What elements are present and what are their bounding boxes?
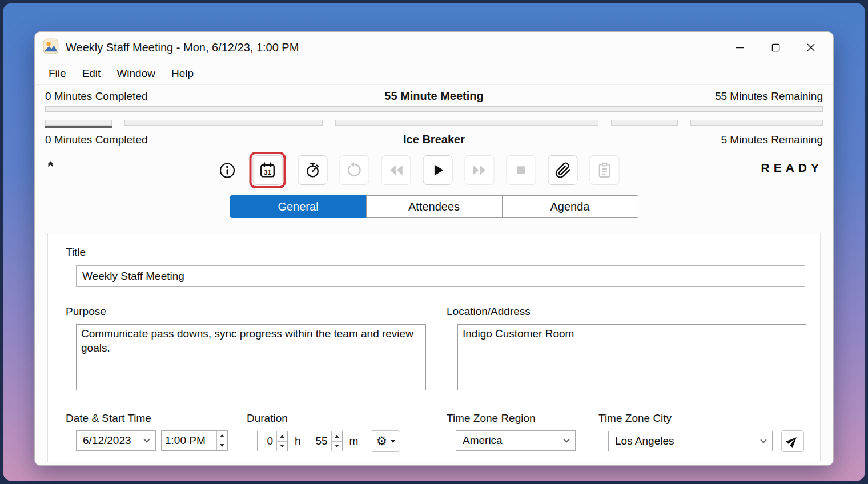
title-input[interactable] [76, 265, 805, 287]
duration-hours-input[interactable] [258, 431, 276, 451]
attachment-button[interactable] [548, 155, 578, 185]
hours-down-button[interactable] [277, 441, 287, 451]
menu-edit[interactable]: Edit [74, 66, 109, 82]
duration-label: Duration [247, 412, 288, 425]
window-title: Weekly Staff Meeting - Mon, 6/12/23, 1:0… [66, 41, 299, 54]
overall-remaining-label: 55 Minutes Remaining [484, 90, 823, 103]
notes-button[interactable] [590, 155, 620, 185]
tz-city-controls: Los Angeles [608, 430, 804, 452]
arrow-down-icon [335, 445, 339, 447]
chevron-down-icon [760, 437, 766, 443]
tz-region-label: Time Zone Region [447, 412, 536, 425]
collapse-toggle[interactable] [49, 163, 53, 167]
tz-region-select[interactable]: America [456, 430, 576, 451]
hours-spinner [276, 431, 287, 451]
tab-bar: General Attendees Agenda [35, 195, 833, 218]
app-icon [43, 38, 59, 57]
maximize-icon [771, 43, 780, 52]
play-icon [429, 162, 447, 179]
timer-icon [304, 162, 322, 179]
arrow-up-icon [335, 435, 339, 438]
calendar-highlight-ring: 31 [250, 152, 286, 188]
stop-icon [513, 162, 530, 179]
tab-general[interactable]: General [230, 195, 367, 218]
maximize-button[interactable] [758, 32, 793, 63]
time-down-button[interactable] [217, 441, 227, 451]
chevron-down-icon [143, 436, 150, 442]
arrow-up-icon [220, 434, 224, 437]
gear-icon: ⚙ [376, 435, 387, 447]
rewind-button[interactable] [381, 155, 411, 185]
close-button[interactable] [793, 32, 829, 63]
overall-meeting-title: 55 Minute Meeting [384, 90, 483, 103]
start-time-input[interactable] [162, 431, 216, 450]
tz-region-value: America [463, 434, 503, 447]
agenda-segment-bar [124, 120, 323, 126]
svg-text:31: 31 [264, 168, 271, 176]
time-up-button[interactable] [217, 431, 227, 441]
close-icon [806, 43, 815, 52]
clipboard-icon [596, 162, 613, 179]
date-select[interactable]: 6/12/2023 [76, 430, 156, 451]
minimize-button[interactable] [722, 32, 758, 63]
location-textarea[interactable]: Indigo Customer Room [457, 324, 806, 390]
agenda-segment-bar [45, 120, 112, 126]
fast-forward-icon [471, 162, 488, 179]
minutes-down-button[interactable] [332, 441, 342, 451]
hours-unit-label: h [295, 435, 301, 447]
chevron-down-icon [563, 436, 569, 442]
info-icon [218, 162, 236, 179]
menu-file[interactable]: File [41, 66, 74, 82]
tz-region-controls: America [456, 430, 576, 451]
screenshot-stage: Weekly Staff Meeting - Mon, 6/12/23, 1:0… [0, 0, 868, 484]
arrow-up-icon [280, 435, 284, 438]
tab-agenda[interactable]: Agenda [502, 195, 638, 218]
segment-completed-label: 0 Minutes Completed [45, 134, 403, 146]
duration-minutes-input[interactable] [308, 431, 331, 451]
purpose-label: Purpose [66, 305, 106, 318]
minutes-unit-label: m [349, 435, 359, 447]
minimize-icon [736, 43, 745, 52]
menu-help[interactable]: Help [163, 66, 202, 82]
window-controls [722, 32, 829, 63]
progress-section: 0 Minutes Completed 55 Minute Meeting 55… [35, 85, 833, 146]
tz-city-value: Los Angeles [615, 435, 674, 447]
app-window: Weekly Staff Meeting - Mon, 6/12/23, 1:0… [34, 31, 834, 466]
calendar-button[interactable]: 31 [253, 155, 283, 185]
start-time-field[interactable] [161, 430, 228, 451]
rewind-icon [388, 162, 405, 179]
purpose-textarea[interactable]: Communicate pass downs, sync progress wi… [76, 324, 426, 390]
fast-forward-button[interactable] [465, 155, 495, 185]
general-panel: Title Purpose Communicate pass downs, sy… [47, 233, 821, 462]
info-button[interactable] [217, 155, 238, 185]
hours-up-button[interactable] [277, 431, 287, 441]
play-button[interactable] [423, 155, 453, 185]
arrow-down-icon [220, 444, 224, 447]
toolbar: 31 [35, 151, 833, 188]
agenda-segment-bar [690, 120, 823, 126]
timer-button[interactable] [298, 155, 328, 185]
toolbar-buttons: 31 [217, 152, 620, 188]
duration-settings-button[interactable]: ⚙ [371, 430, 400, 452]
stop-button[interactable] [507, 155, 536, 185]
menu-window[interactable]: Window [108, 66, 163, 82]
calendar-icon: 31 [259, 162, 276, 179]
current-segment-title: Ice Breaker [403, 133, 465, 146]
duration-controls: h m ⚙ [257, 430, 400, 452]
dropdown-arrow-icon [391, 440, 395, 443]
locate-timezone-button[interactable] [781, 430, 804, 452]
title-label: Title [66, 246, 86, 259]
duration-hours-field[interactable] [257, 431, 288, 451]
tab-attendees[interactable]: Attendees [366, 195, 503, 218]
paperclip-icon [554, 162, 571, 179]
date-start-label: Date & Start Time [66, 412, 151, 425]
navigation-arrow-icon [783, 432, 801, 450]
minutes-spinner [331, 431, 342, 451]
start-time-spinner [216, 431, 227, 450]
reset-button[interactable] [340, 155, 369, 185]
status-ready: READY [761, 161, 823, 175]
duration-minutes-field[interactable] [308, 431, 343, 451]
arrow-down-icon [280, 445, 284, 447]
tz-city-select[interactable]: Los Angeles [608, 431, 773, 451]
minutes-up-button[interactable] [332, 431, 342, 441]
